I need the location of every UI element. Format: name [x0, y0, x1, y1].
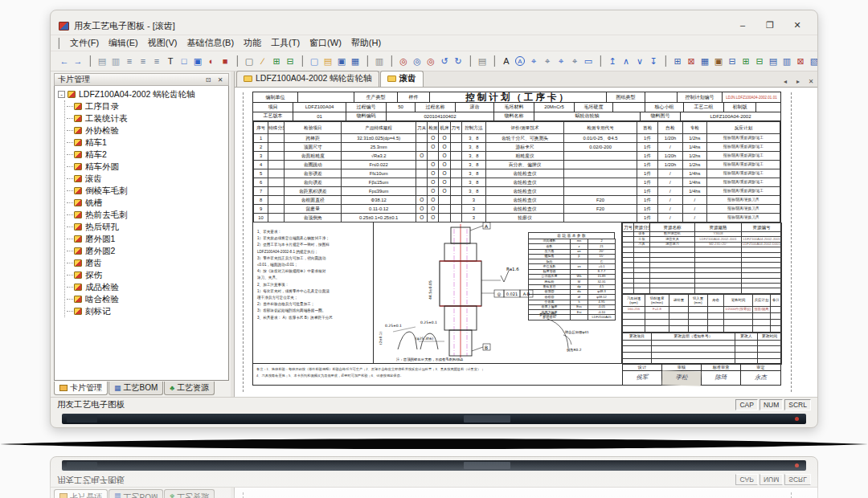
move-top-icon[interactable]: ↥: [606, 55, 619, 67]
document-tab-1[interactable]: 滚齿: [380, 71, 424, 87]
text-a-icon[interactable]: A: [500, 55, 513, 67]
export-tool-icon[interactable]: ⊟: [284, 55, 297, 67]
qc-cell: O: [428, 134, 439, 143]
view-columns-icon[interactable]: ▥: [109, 55, 122, 67]
row-plus-icon[interactable]: ⊞: [739, 55, 752, 67]
nav-forward-icon[interactable]: →: [72, 55, 84, 67]
tree-item-1[interactable]: 工装统计表: [67, 112, 228, 124]
datum-down-icon[interactable]: ⌖: [541, 55, 554, 67]
panel-tab-2[interactable]: ♣工艺资源: [164, 382, 215, 395]
move-down-icon[interactable]: ∨: [633, 55, 646, 67]
tree-item-0[interactable]: 工序目录: [67, 100, 228, 112]
zoom-window-icon[interactable]: ◎: [411, 55, 424, 67]
menu-item-7[interactable]: 帮助(H): [346, 35, 386, 51]
merge-cells-icon[interactable]: ▧: [808, 55, 818, 67]
menu-item-5[interactable]: 工具(T): [266, 35, 305, 51]
datum-left-icon[interactable]: ⌖: [555, 55, 567, 67]
cut-row-icon[interactable]: ⊠: [794, 55, 807, 67]
view-grid-icon[interactable]: ▤: [96, 55, 108, 67]
new-file-icon[interactable]: ▢: [308, 55, 321, 67]
qc-cell: [450, 205, 461, 214]
maximize-button[interactable]: ❐: [758, 19, 782, 32]
hdr-value: 滚齿: [456, 103, 494, 112]
menu-item-6[interactable]: 窗口(W): [305, 35, 346, 51]
save-file-icon[interactable]: ▣: [335, 55, 348, 67]
rect-tool-icon[interactable]: □: [178, 55, 190, 67]
tree-item-15[interactable]: 成品检验: [67, 281, 228, 293]
tree-item-11[interactable]: 磨外圆1: [67, 233, 228, 245]
card-copy-icon[interactable]: ▤: [476, 55, 489, 67]
lock-row-icon[interactable]: ▣: [712, 55, 725, 67]
tab-prev-icon[interactable]: ◂: [780, 78, 790, 85]
taskbar[interactable]: [62, 414, 806, 424]
panel-close-icon[interactable]: ✕: [215, 76, 225, 84]
panel-pin-icon[interactable]: ⊡: [203, 76, 213, 84]
callout-icon[interactable]: ▭: [582, 55, 595, 67]
tree-item-16[interactable]: 啮合检验: [67, 293, 228, 305]
tree-item-6[interactable]: 滚齿: [67, 173, 228, 185]
close-button[interactable]: ✕: [785, 19, 809, 32]
save-all-icon[interactable]: ▦: [349, 55, 362, 67]
eraser-tool-icon[interactable]: ◐: [205, 55, 218, 67]
toolbar-separator: [600, 55, 601, 67]
redo-icon[interactable]: ↻: [452, 55, 465, 67]
tab-close-icon[interactable]: ✕: [806, 78, 816, 85]
tree-item-9[interactable]: 热前去毛刺: [67, 209, 228, 221]
minimize-button[interactable]: –: [731, 19, 755, 32]
undo-icon[interactable]: ↺: [438, 55, 451, 67]
insert-row-above-icon[interactable]: ⊞: [671, 55, 684, 67]
zoom-in-icon[interactable]: ◎: [397, 55, 410, 67]
filled-rect-tool-icon[interactable]: ▣: [191, 55, 204, 67]
circle-text-icon[interactable]: A: [515, 56, 525, 66]
cutting-cell: [708, 325, 724, 332]
tree-item-7[interactable]: 倒棱车毛刺: [67, 185, 228, 197]
import-tool-icon[interactable]: ⊞: [270, 55, 283, 67]
zoom-out-icon[interactable]: ◎: [424, 55, 437, 67]
tree-item-2[interactable]: 外协检验: [67, 124, 228, 137]
tree-item-4[interactable]: 精车2: [67, 149, 228, 161]
align-right-icon[interactable]: ≡: [150, 55, 163, 67]
align-center-icon[interactable]: ≡: [137, 55, 149, 67]
row-append-icon[interactable]: ⊟: [753, 55, 766, 67]
fill-tool-icon[interactable]: ■: [219, 55, 231, 67]
tree-item-5[interactable]: 精车外圆: [67, 161, 228, 173]
qc-cell: O: [428, 161, 439, 169]
tree-item-12[interactable]: 磨外圆2: [67, 245, 228, 257]
document-tab-0[interactable]: LDFZ100A04-2002 蜗轮齿轮轴: [236, 71, 379, 87]
move-up-icon[interactable]: ∧: [620, 55, 633, 67]
tree-item-label: 倒棱车毛刺: [85, 186, 128, 197]
open-file-icon[interactable]: ▤: [321, 55, 334, 67]
pencil-tool-icon[interactable]: ∕: [256, 55, 269, 67]
menu-item-3[interactable]: 基础信息(B): [182, 35, 239, 51]
menu-item-1[interactable]: 编辑(E): [104, 35, 143, 51]
menu-item-0[interactable]: 文件(F): [65, 35, 104, 51]
print-row-icon[interactable]: ▦: [698, 55, 711, 67]
tree-item-3[interactable]: 精车1: [67, 137, 228, 149]
panel-tab-0[interactable]: 卡片管理: [54, 382, 108, 395]
datum-right-icon[interactable]: ⌖: [568, 55, 581, 67]
menu-item-2[interactable]: 视图(V): [143, 35, 182, 51]
tree-expander-icon[interactable]: -: [58, 91, 65, 98]
text-tool-icon[interactable]: T: [164, 55, 177, 67]
delete-row-icon[interactable]: ⊠: [685, 55, 698, 67]
document-canvas[interactable]: 编制单位 生产类型 样件 控制计划（工序卡） 图纸类型 控制计划编号 LDJN.…: [235, 88, 817, 397]
nav-back-icon[interactable]: ←: [58, 55, 71, 67]
align-left-icon[interactable]: ≡: [123, 55, 136, 67]
row-minus-icon[interactable]: ⊟: [726, 55, 739, 67]
tree-item-17[interactable]: 刻标记: [67, 305, 228, 317]
tree-item-10[interactable]: 热后研孔: [67, 221, 228, 233]
menu-item-4[interactable]: 功能: [239, 35, 266, 51]
tree-item-13[interactable]: 磨齿: [67, 257, 228, 269]
datum-up-icon[interactable]: ⌖: [527, 55, 540, 67]
tree-root[interactable]: - LDFZ100A04-2002 蜗轮齿轮轴: [58, 88, 228, 100]
move-bottom-icon[interactable]: ↧: [647, 55, 660, 67]
panel-tab-1[interactable]: ▦工艺BOM: [108, 382, 163, 395]
print-preview-icon[interactable]: ▥: [373, 55, 386, 67]
tree-item-14[interactable]: 探伤: [67, 269, 228, 281]
copy-row-icon[interactable]: ▤: [767, 55, 780, 67]
tab-next-icon[interactable]: ▸: [793, 78, 803, 85]
tree-item-8[interactable]: 铣槽: [67, 197, 228, 209]
menubar-grip[interactable]: [58, 38, 61, 49]
select-tool-icon[interactable]: ▢: [243, 55, 256, 67]
paste-row-icon[interactable]: ▥: [780, 55, 793, 67]
